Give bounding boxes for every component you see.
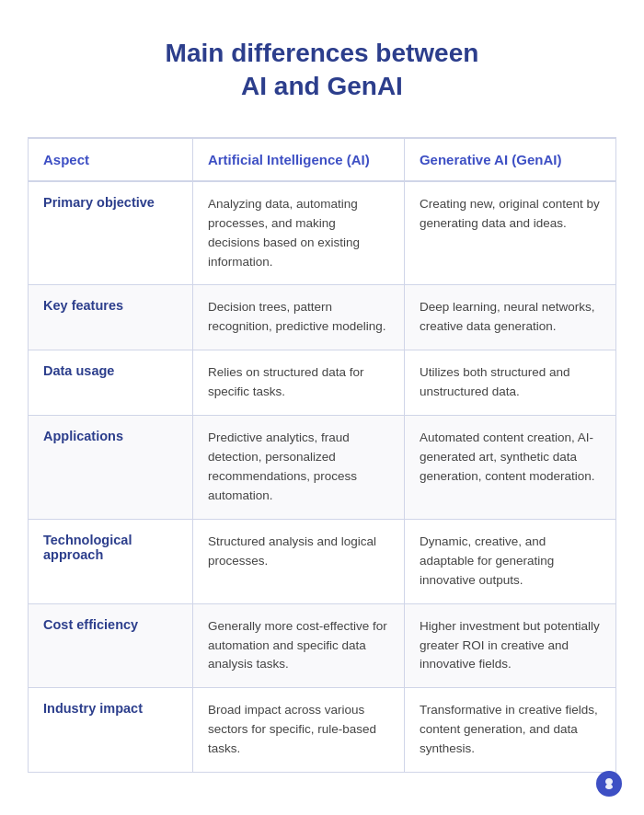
genai-cell: Deep learning, neural networks, creative… bbox=[404, 285, 615, 350]
genai-cell: Automated content creation, AI-generated… bbox=[404, 416, 615, 520]
aspect-cell: Primary objective bbox=[29, 181, 193, 285]
ai-cell: Predictive analytics, fraud detection, p… bbox=[192, 416, 404, 520]
aspect-cell: Technological approach bbox=[29, 519, 193, 603]
table-row: Industry impactBroad impact across vario… bbox=[29, 688, 616, 773]
title-line2: AI and GenAI bbox=[241, 72, 403, 100]
table-row: Key featuresDecision trees, pattern reco… bbox=[29, 285, 616, 350]
page-title: Main differences between AI and GenAI bbox=[28, 37, 616, 104]
header-ai: Artificial Intelligence (AI) bbox=[192, 138, 404, 181]
ai-cell: Broad impact across various sectors for … bbox=[192, 688, 404, 773]
table-row: Primary objectiveAnalyzing data, automat… bbox=[29, 181, 616, 285]
ai-cell: Relies on structured data for specific t… bbox=[192, 350, 404, 416]
table-row: ApplicationsPredictive analytics, fraud … bbox=[29, 416, 616, 520]
table-row: Technological approachStructured analysi… bbox=[29, 519, 616, 603]
footer-logo bbox=[596, 771, 622, 797]
aspect-cell: Applications bbox=[29, 416, 193, 520]
ai-cell: Generally more cost-effective for automa… bbox=[192, 603, 404, 688]
genai-cell: Utilizes both structured and unstructure… bbox=[404, 350, 615, 416]
brand-icon bbox=[596, 771, 622, 797]
title-section: Main differences between AI and GenAI bbox=[28, 37, 616, 104]
table-row: Data usageRelies on structured data for … bbox=[29, 350, 616, 416]
table-row: Cost efficiencyGenerally more cost-effec… bbox=[29, 603, 616, 688]
aspect-cell: Key features bbox=[29, 285, 193, 350]
header-aspect: Aspect bbox=[29, 138, 193, 181]
title-line1: Main differences between bbox=[166, 39, 479, 67]
genai-cell: Creating new, original content by genera… bbox=[404, 181, 615, 285]
ai-cell: Decision trees, pattern recognition, pre… bbox=[192, 285, 404, 350]
ai-cell: Structured analysis and logical processe… bbox=[192, 519, 404, 603]
header-genai: Generative AI (GenAI) bbox=[404, 138, 615, 181]
aspect-cell: Cost efficiency bbox=[29, 603, 193, 688]
ai-cell: Analyzing data, automating processes, an… bbox=[192, 181, 404, 285]
comparison-table: Aspect Artificial Intelligence (AI) Gene… bbox=[28, 137, 616, 773]
genai-cell: Higher investment but potentially greate… bbox=[404, 603, 615, 688]
genai-cell: Transformative in creative fields, conte… bbox=[404, 688, 615, 773]
page-container: Main differences between AI and GenAI As… bbox=[0, 0, 644, 809]
aspect-cell: Industry impact bbox=[29, 688, 193, 773]
genai-cell: Dynamic, creative, and adaptable for gen… bbox=[404, 519, 615, 603]
table-header-row: Aspect Artificial Intelligence (AI) Gene… bbox=[29, 138, 616, 181]
aspect-cell: Data usage bbox=[29, 350, 193, 416]
